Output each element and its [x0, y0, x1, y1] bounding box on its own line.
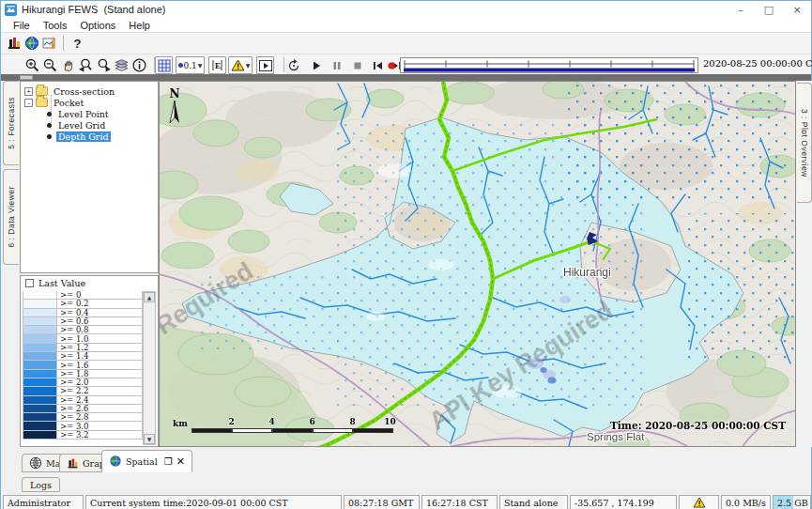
animation-player-icon[interactable]: [256, 56, 274, 74]
legend-swatch: [23, 387, 57, 394]
record-dot-button[interactable]: [382, 56, 400, 74]
minimize-button[interactable]: –: [727, 1, 755, 18]
status-memory: 2.5 GB: [773, 495, 811, 509]
map-viewport[interactable]: API Key Required API Key Required Hikura…: [159, 81, 796, 447]
timeseries-display-icon[interactable]: [40, 35, 58, 53]
left-tab-strip: 5 : Forecasts 6 : Data Viewer: [1, 81, 20, 447]
last-value-row[interactable]: Last Value: [21, 276, 158, 290]
zoom-next-icon[interactable]: [95, 56, 113, 74]
logs-tab[interactable]: Logs: [22, 477, 60, 492]
bullet-icon: [47, 134, 52, 139]
database-display-icon[interactable]: [5, 35, 23, 53]
tree-item-level-grid[interactable]: Level Grid: [21, 119, 158, 131]
legend-swatch: [23, 317, 57, 325]
place-label-springs-flat: Springs Flat: [587, 431, 645, 442]
info-icon[interactable]: [130, 56, 148, 74]
tab-spatial[interactable]: Spatial ❐ ✕: [101, 450, 192, 472]
tree-item-label-selected[interactable]: Depth Grid: [56, 131, 111, 142]
tree-item-label[interactable]: Cross-section: [52, 86, 116, 97]
legend-panel: Last Value >= 0>= 0.2>= 0.4>= 0.6>= 0.8>…: [20, 275, 159, 447]
compass-needle-icon: [169, 100, 180, 125]
status-download-speed: 0.0 MB/s: [721, 495, 771, 509]
legend-swatch: [23, 361, 57, 368]
right-tab-strip: 3 : Plot Overview: [796, 81, 812, 447]
maximize-button[interactable]: □: [755, 1, 783, 18]
last-value-label: Last Value: [38, 278, 85, 288]
pan-hand-icon[interactable]: [59, 56, 77, 74]
stop-button[interactable]: [348, 56, 366, 74]
menu-options[interactable]: Options: [73, 20, 122, 31]
help-label: ?: [74, 37, 82, 51]
tab-float-icon[interactable]: ❐: [164, 456, 173, 467]
play-button[interactable]: [307, 56, 325, 74]
map-canvas: API Key Required API Key Required Hikura…: [160, 82, 796, 447]
scroll-thumb[interactable]: [20, 75, 33, 80]
warning-threshold-dropdown[interactable]: ▼: [228, 56, 253, 74]
status-system-time: Current system time:2020-09-01 00:00 CST: [85, 495, 342, 509]
menu-tools[interactable]: Tools: [37, 20, 74, 31]
spatial-display-icon[interactable]: [23, 35, 40, 53]
toolbar-separator: [63, 36, 64, 51]
zoom-previous-icon[interactable]: [77, 56, 95, 74]
legend-swatch: [23, 413, 57, 421]
layers-icon[interactable]: [113, 56, 130, 74]
legend-swatch: [23, 396, 57, 404]
legend-label: >= 1.0: [57, 334, 88, 342]
tab-forecasts[interactable]: 5 : Forecasts: [3, 81, 19, 165]
status-local-time: 16:27:18 CST: [421, 495, 498, 509]
legend-scrollbar[interactable]: ▲ ▼: [143, 291, 156, 445]
legend-swatch: [23, 352, 57, 360]
tab-spatial-label: Spatial: [126, 456, 158, 467]
longitudinal-profile-icon[interactable]: E: [208, 56, 226, 74]
menu-file[interactable]: File: [7, 20, 37, 31]
timeline-slider[interactable]: [400, 57, 698, 73]
bar-chart-icon: [67, 457, 79, 470]
app-window: Hikurangi FEWS (Stand alone) – □ × File …: [0, 0, 812, 509]
tree-item-label[interactable]: Level Grid: [56, 120, 107, 131]
legend-label: >= 0.4: [57, 309, 88, 316]
pause-button[interactable]: [328, 56, 345, 74]
legend-row[interactable]: >= 3.2: [23, 430, 143, 440]
legend-swatch: [23, 300, 57, 307]
tree-item-level-point[interactable]: Level Point: [21, 108, 158, 119]
scroll-up-button[interactable]: ▲: [144, 292, 155, 302]
expand-icon[interactable]: +: [24, 87, 33, 96]
legend-swatch: [23, 326, 57, 333]
scale-tick: 4: [269, 417, 275, 426]
legend-label: >= 2.2: [57, 387, 88, 394]
label-precision-dropdown[interactable]: 0.1▼: [176, 56, 205, 74]
close-button[interactable]: ×: [783, 1, 811, 18]
status-warning-cell[interactable]: [679, 495, 719, 509]
logs-row: Logs: [1, 475, 811, 495]
tree-item-label[interactable]: Pocket: [52, 98, 85, 108]
tree-item-label[interactable]: Level Point: [56, 109, 111, 119]
legend-label: >= 3.0: [57, 422, 88, 429]
menu-bar: File Tools Options Help: [1, 18, 811, 33]
legend-label: >= 2.8: [57, 413, 88, 421]
scroll-down-button[interactable]: ▼: [144, 434, 155, 444]
status-mode: Stand alone: [499, 495, 568, 509]
legend-swatch: [23, 422, 57, 429]
status-bar: Administrator Current system time:2020-0…: [1, 495, 811, 509]
zoom-out-icon[interactable]: [41, 56, 59, 74]
legend-label: >= 1.2: [57, 344, 88, 351]
menu-help[interactable]: Help: [122, 20, 157, 31]
legend-label: >= 2.0: [57, 378, 88, 386]
tab-close-icon[interactable]: ✕: [176, 455, 185, 468]
legend-rows: >= 0>= 0.2>= 0.4>= 0.6>= 0.8>= 1.0>= 1.2…: [23, 291, 143, 446]
last-value-checkbox[interactable]: [25, 279, 34, 287]
collapse-icon[interactable]: -: [24, 99, 33, 107]
tree-item-pocket[interactable]: - Pocket: [21, 97, 158, 108]
tab-data-viewer[interactable]: 6 : Data Viewer: [3, 169, 19, 265]
loop-playback-icon[interactable]: [284, 56, 302, 74]
grid-display-icon[interactable]: [155, 56, 173, 74]
zoom-in-icon[interactable]: [23, 56, 41, 74]
tree-item-depth-grid[interactable]: Depth Grid: [21, 131, 158, 142]
tab-forecasts-label: 5 : Forecasts: [7, 97, 16, 149]
help-button[interactable]: ?: [69, 35, 86, 53]
timeline-progress-bar: [404, 69, 695, 72]
tab-plot-overview[interactable]: 3 : Plot Overview: [797, 83, 812, 203]
map-toolbar: 0.1▼ E ▼ 2020-08-25 00:00:00 CST: [1, 54, 811, 74]
scroll-strip[interactable]: [1, 74, 811, 81]
content-area: 5 : Forecasts 6 : Data Viewer + Cross-se…: [1, 81, 812, 447]
